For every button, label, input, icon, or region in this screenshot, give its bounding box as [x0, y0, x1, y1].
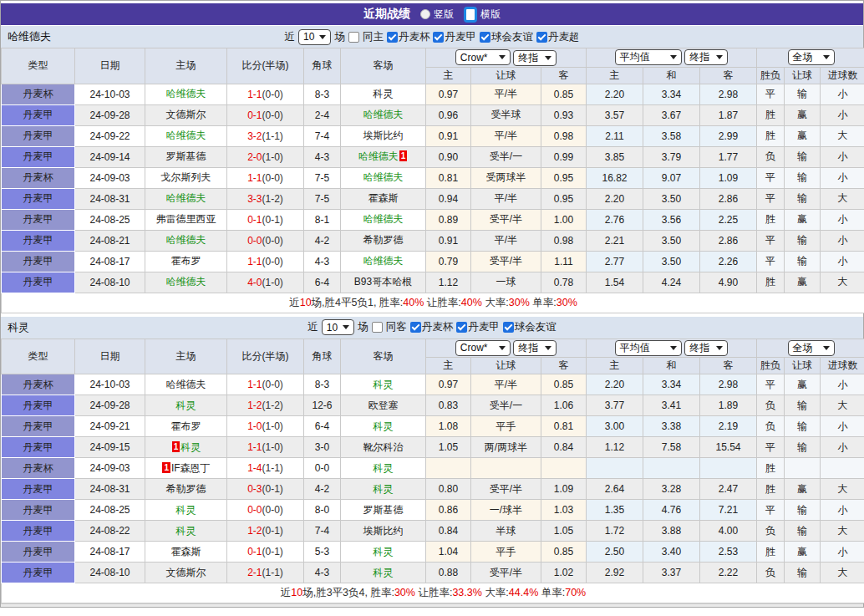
- col-handicap-home: 主: [426, 358, 471, 374]
- result-cell: 平: [757, 84, 785, 104]
- same-venue-checkbox[interactable]: [348, 32, 359, 43]
- chevron-down-icon: [823, 55, 830, 59]
- fulltime-select[interactable]: 全场: [788, 340, 835, 356]
- same-venue-checkbox[interactable]: [372, 322, 383, 333]
- league-label: 丹麦甲: [445, 30, 476, 44]
- layout-vertical-option[interactable]: 竖版: [420, 8, 454, 22]
- match-count-select[interactable]: 10: [298, 29, 331, 45]
- half-score-text: (1-1): [262, 462, 283, 474]
- goals-result-cell: 大: [821, 563, 864, 583]
- avg-home-odds-cell: 2.20: [587, 84, 643, 104]
- league-cell: 丹麦甲: [2, 272, 75, 293]
- home-team-cell: 弗雷德里西亚: [145, 209, 227, 230]
- summary-text: 大率:: [482, 587, 509, 598]
- away-team-cell: 科灵: [341, 84, 426, 104]
- league-filter: 球会友谊: [503, 320, 557, 334]
- handicap-home-odds-cell: 0.91: [426, 125, 471, 146]
- date-cell: 24-09-03: [75, 167, 145, 188]
- handicap-home-odds-cell: 1.04: [426, 542, 471, 563]
- chevron-down-icon: [319, 35, 326, 39]
- avg-home-odds-cell: 2.64: [587, 479, 643, 500]
- date-cell: 24-08-31: [75, 479, 145, 500]
- odds-provider-select[interactable]: Crow*: [455, 340, 511, 356]
- league-checkbox[interactable]: [387, 32, 398, 43]
- average-select[interactable]: 平均值: [615, 49, 682, 65]
- home-team-cell: 戈尔斯列夫: [145, 167, 227, 188]
- league-checkbox[interactable]: [536, 32, 547, 43]
- league-cell: 丹麦甲: [2, 500, 75, 521]
- final-odds-select[interactable]: 终指: [684, 49, 728, 65]
- league-checkbox[interactable]: [456, 322, 467, 333]
- avg-home-odds-cell: [587, 458, 643, 479]
- home-team-cell: 1科灵: [145, 437, 227, 458]
- result-cell: 平: [757, 374, 785, 395]
- team-name-text: 哈维德夫: [363, 109, 404, 120]
- avg-away-odds-cell: 2.19: [700, 416, 757, 437]
- final-odds-select[interactable]: 终指: [684, 340, 728, 356]
- handicap-line-cell: 受平/半: [471, 209, 541, 230]
- team-name-text: 哈维德夫: [166, 130, 206, 141]
- handicap-line-cell: 一球: [471, 272, 541, 293]
- fulltime-select[interactable]: 全场: [788, 49, 835, 65]
- final-odds-value: 终指: [689, 341, 709, 355]
- team-name-text: 科灵: [374, 420, 394, 432]
- corner-cell: 7-4: [304, 125, 341, 146]
- handicap-away-odds-cell: 0.99: [541, 146, 587, 167]
- score-text: 0-1: [247, 109, 262, 121]
- average-value: 平均值: [620, 50, 650, 64]
- goals-result-cell: 小: [821, 146, 864, 167]
- layout-horizontal-option[interactable]: 横版: [464, 7, 501, 23]
- final-odds-value: 终指: [518, 51, 538, 65]
- odds-provider-value: Crow*: [460, 342, 488, 354]
- final-odds-select[interactable]: 终指: [513, 50, 557, 66]
- radio-selected-icon[interactable]: [464, 7, 477, 23]
- average-value: 平均值: [620, 341, 650, 355]
- avg-home-odds-cell: 3.00: [587, 416, 643, 437]
- avg-away-odds-cell: 2.98: [700, 84, 757, 104]
- col-home: 主场: [145, 48, 227, 84]
- half-score-text: (1-0): [262, 420, 283, 432]
- team-name-text: 哈维德夫: [363, 213, 404, 225]
- result-cell: 负: [757, 395, 785, 416]
- average-select[interactable]: 平均值: [615, 340, 682, 356]
- team-name-text: 欧登塞: [368, 400, 399, 411]
- match-count-select[interactable]: 10: [322, 319, 354, 335]
- team-name-text: 哈维德夫: [363, 171, 404, 183]
- match-row: 丹麦杯24-09-03戈尔斯列夫1-1(0-0)7-5哈维德夫0.81受两球半0…: [2, 167, 864, 188]
- avg-away-odds-cell: 2.26: [700, 251, 757, 272]
- handicap-result-cell: 输: [785, 437, 821, 458]
- col-avg-away: 客: [700, 358, 757, 374]
- match-row: 丹麦杯24-09-031IF森恩丁1-4(1-1)0-0科灵胜: [2, 458, 864, 479]
- league-checkbox[interactable]: [503, 322, 514, 333]
- chevron-down-icon: [670, 346, 677, 350]
- league-checkbox[interactable]: [433, 32, 444, 43]
- col-away: 客场: [341, 339, 426, 374]
- odds-provider-select[interactable]: Crow*: [455, 49, 511, 65]
- score-cell: 1-2(1-2): [227, 395, 304, 416]
- handicap-result-cell: 输: [785, 416, 821, 437]
- col-result: 胜负: [757, 358, 785, 374]
- radio-unselected-icon[interactable]: [420, 9, 430, 19]
- team-name-text: 科灵: [374, 379, 394, 390]
- goals-result-cell: 大: [821, 479, 864, 500]
- col-handicap-home: 主: [426, 67, 471, 84]
- col-goals: 进球数: [821, 67, 864, 84]
- handicap-result-cell: 赢: [785, 209, 821, 230]
- score-cell: 2-1(1-1): [227, 563, 304, 583]
- avg-draw-odds-cell: 3.34: [643, 374, 700, 395]
- match-row: 丹麦甲24-08-25科灵0-0(0-0)8-0罗斯基德0.86一/球半1.03…: [2, 500, 864, 521]
- summary-text: 场,胜4平5负1, 胜率:: [312, 297, 404, 308]
- avg-away-odds-cell: 1.89: [700, 395, 757, 416]
- league-checkbox[interactable]: [410, 322, 421, 333]
- result-cell: 负: [757, 146, 785, 167]
- league-checkbox[interactable]: [480, 32, 490, 43]
- away-team-cell: 哈维德夫: [341, 167, 426, 188]
- league-filter-group: 丹麦杯丹麦甲球会友谊: [410, 320, 557, 334]
- away-team-cell: 欧登塞: [341, 395, 426, 416]
- date-cell: 24-08-22: [75, 521, 145, 542]
- team-name: 科灵: [8, 320, 29, 335]
- final-odds-select[interactable]: 终指: [513, 340, 557, 356]
- team-name-text: 科灵: [176, 504, 196, 516]
- corner-cell: 12-6: [304, 395, 341, 416]
- result-cell: 胜: [757, 479, 785, 500]
